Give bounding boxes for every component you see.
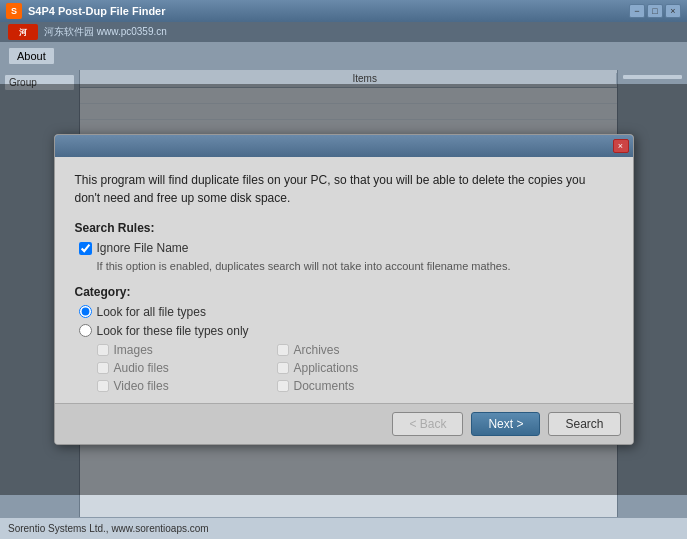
status-text: Sorentio Systems Ltd., www.sorentioaps.c… [8, 523, 209, 534]
about-button[interactable]: About [8, 47, 55, 65]
col-header-items: Items [349, 73, 618, 84]
app-toolbar: About [0, 42, 687, 70]
app-icon: S [6, 3, 22, 19]
search-button[interactable]: Search [548, 412, 620, 436]
status-bar: Sorentio Systems Ltd., www.sorentioaps.c… [0, 517, 687, 539]
ignore-filename-hint: If this option is enabled, duplicates se… [97, 259, 613, 274]
ignore-filename-label: Ignore File Name [97, 241, 189, 255]
radio-specific-types[interactable] [79, 324, 92, 337]
filetype-audio-row: Audio files [97, 361, 257, 375]
search-rules-label: Search Rules: [75, 221, 613, 235]
filetype-documents-label: Documents [294, 379, 355, 393]
filetype-applications-row: Applications [277, 361, 437, 375]
title-bar-left: S S4P4 Post-Dup File Finder [6, 3, 166, 19]
back-button[interactable]: < Back [392, 412, 463, 436]
title-bar: S S4P4 Post-Dup File Finder − □ × [0, 0, 687, 22]
dialog-intro-text: This program will find duplicate files o… [75, 171, 613, 207]
watermark-bar: 河 河东软件园 www.pc0359.cn [0, 22, 687, 42]
minimize-button[interactable]: − [629, 4, 645, 18]
filetype-audio-checkbox[interactable] [97, 362, 109, 374]
filetype-documents-checkbox[interactable] [277, 380, 289, 392]
filetype-images-label: Images [114, 343, 153, 357]
filetype-archives-label: Archives [294, 343, 340, 357]
watermark-text: 河东软件园 www.pc0359.cn [44, 25, 167, 39]
filetype-images-row: Images [97, 343, 257, 357]
radio-specific-label: Look for these file types only [97, 324, 249, 338]
filetype-video-row: Video files [97, 379, 257, 393]
watermark-logo: 河 [8, 24, 38, 40]
ignore-filename-row: Ignore File Name [79, 241, 613, 255]
outer-window: S S4P4 Post-Dup File Finder − □ × 河 河东软件… [0, 0, 687, 539]
category-label: Category: [75, 285, 613, 299]
dialog-body: This program will find duplicate files o… [55, 157, 633, 402]
filetype-archives-row: Archives [277, 343, 437, 357]
close-button[interactable]: × [665, 4, 681, 18]
dialog: × This program will find duplicate files… [54, 134, 634, 444]
radio-all-label: Look for all file types [97, 305, 206, 319]
dialog-footer: < Back Next > Search [55, 403, 633, 444]
filetype-audio-label: Audio files [114, 361, 169, 375]
right-panel-button[interactable] [622, 74, 683, 80]
filetype-applications-checkbox[interactable] [277, 362, 289, 374]
file-types-grid: Images Archives Audio files [97, 343, 613, 393]
filetype-applications-label: Applications [294, 361, 359, 375]
title-bar-controls: − □ × [629, 4, 681, 18]
radio-all-row: Look for all file types [79, 305, 613, 319]
radio-specific-row: Look for these file types only [79, 324, 613, 338]
filetype-images-checkbox[interactable] [97, 344, 109, 356]
radio-all-types[interactable] [79, 305, 92, 318]
filetype-video-checkbox[interactable] [97, 380, 109, 392]
next-button[interactable]: Next > [471, 412, 540, 436]
dialog-close-button[interactable]: × [613, 139, 629, 153]
maximize-button[interactable]: □ [647, 4, 663, 18]
filetype-archives-checkbox[interactable] [277, 344, 289, 356]
dialog-overlay: × This program will find duplicate files… [0, 84, 687, 495]
filetype-documents-row: Documents [277, 379, 437, 393]
filetype-video-label: Video files [114, 379, 169, 393]
app-area: About Group Items [0, 42, 687, 517]
ignore-filename-checkbox[interactable] [79, 242, 92, 255]
window-title: S4P4 Post-Dup File Finder [28, 5, 166, 17]
category-section: Category: Look for all file types Look f… [75, 285, 613, 393]
dialog-title-bar: × [55, 135, 633, 157]
